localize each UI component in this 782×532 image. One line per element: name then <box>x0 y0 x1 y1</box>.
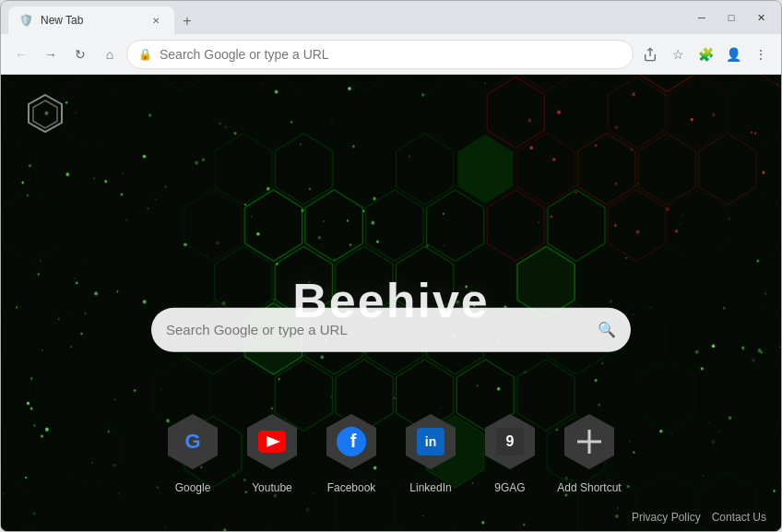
shortcut-linkedin-label: LinkedIn <box>409 481 451 494</box>
extensions-button[interactable]: 🧩 <box>693 41 718 67</box>
menu-button[interactable]: ⋮ <box>748 41 774 67</box>
lock-icon: 🔒 <box>138 48 152 61</box>
shortcut-youtube-label: Youtube <box>252 481 292 494</box>
footer-links: Privacy Policy Contact Us <box>632 511 766 524</box>
tab-close-button[interactable]: ✕ <box>148 13 163 28</box>
tab-bar: 🛡️ New Tab ✕ + <box>8 1 678 34</box>
search-icon: 🔍 <box>598 321 616 338</box>
shortcuts-container: G Google Youtube f Faceb <box>160 409 622 494</box>
privacy-policy-link[interactable]: Privacy Policy <box>632 511 701 524</box>
window-controls: ─ □ ✕ <box>689 8 774 27</box>
logo-icon <box>23 91 67 136</box>
newtab-page: Beehive 🔍 G Google <box>1 75 781 531</box>
new-tab-button[interactable]: + <box>174 8 200 34</box>
address-bar[interactable]: 🔒 <box>126 40 634 69</box>
search-bar[interactable]: 🔍 <box>151 307 631 351</box>
title-bar: 🛡️ New Tab ✕ + ─ □ ✕ <box>1 1 781 34</box>
browser-window: 🛡️ New Tab ✕ + ─ □ ✕ ← → ↻ ⌂ 🔒 ☆ 🧩 👤 <box>0 0 782 532</box>
shortcut-9gag-label: 9GAG <box>494 481 525 494</box>
share-button[interactable] <box>637 41 663 67</box>
close-button[interactable]: ✕ <box>748 8 774 27</box>
bookmark-button[interactable]: ☆ <box>665 41 691 67</box>
profile-button[interactable]: 👤 <box>720 41 746 67</box>
shortcut-youtube[interactable]: Youtube <box>240 409 304 494</box>
beehive-logo <box>23 91 67 139</box>
tab-title: New Tab <box>41 14 141 27</box>
shortcut-add-label: Add Shortcut <box>557 481 621 494</box>
maximize-button[interactable]: □ <box>718 8 744 27</box>
svg-text:in: in <box>425 434 436 449</box>
shortcut-google[interactable]: G Google <box>160 409 225 494</box>
shortcut-google-label: Google <box>175 481 211 494</box>
shortcut-facebook-label: Facebook <box>327 481 376 494</box>
minimize-button[interactable]: ─ <box>689 8 715 27</box>
back-button[interactable]: ← <box>8 41 34 67</box>
shortcut-add[interactable]: Add Shortcut <box>557 409 622 494</box>
shortcut-9gag[interactable]: 9 9GAG <box>478 409 542 494</box>
active-tab[interactable]: 🛡️ New Tab ✕ <box>8 6 174 34</box>
shortcut-linkedin[interactable]: in LinkedIn <box>398 409 463 494</box>
reload-button[interactable]: ↻ <box>67 41 93 67</box>
address-input[interactable] <box>160 47 622 62</box>
home-button[interactable]: ⌂ <box>97 41 123 67</box>
search-input[interactable] <box>166 322 590 337</box>
toolbar-actions: ☆ 🧩 👤 ⋮ <box>637 41 774 67</box>
search-container: 🔍 <box>151 307 631 351</box>
tab-favicon: 🛡️ <box>19 14 33 27</box>
toolbar: ← → ↻ ⌂ 🔒 ☆ 🧩 👤 ⋮ <box>1 34 781 75</box>
contact-us-link[interactable]: Contact Us <box>712 511 766 524</box>
shortcut-facebook[interactable]: f Facebook <box>319 409 384 494</box>
svg-marker-2 <box>33 100 57 128</box>
svg-text:G: G <box>184 430 200 453</box>
svg-text:9: 9 <box>506 433 515 449</box>
forward-button[interactable]: → <box>38 41 64 67</box>
svg-text:f: f <box>350 431 357 451</box>
